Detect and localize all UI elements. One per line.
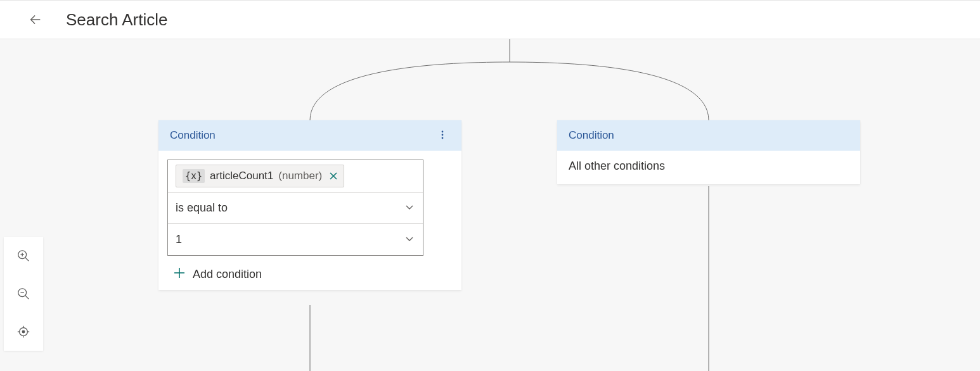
more-vertical-icon bbox=[437, 130, 448, 140]
back-button[interactable] bbox=[23, 7, 48, 32]
add-condition-button[interactable]: Add condition bbox=[167, 267, 453, 281]
variable-type: (number) bbox=[278, 170, 322, 182]
card-header: Condition bbox=[158, 120, 461, 151]
fit-view-button[interactable] bbox=[4, 313, 43, 351]
condition-operator: is equal to bbox=[176, 201, 228, 215]
variable-remove-button[interactable] bbox=[330, 171, 337, 182]
variable-brace-icon: {x} bbox=[183, 169, 205, 183]
variable-pill[interactable]: {x} articleCount1 (number) bbox=[176, 165, 344, 187]
chevron-down-icon bbox=[405, 201, 414, 215]
target-icon bbox=[16, 325, 30, 339]
condition-operator-row[interactable]: is equal to bbox=[168, 192, 423, 223]
zoom-panel bbox=[4, 237, 43, 351]
condition-box: {x} articleCount1 (number) is equal to bbox=[167, 160, 423, 256]
svg-line-2 bbox=[25, 258, 29, 261]
condition-value: 1 bbox=[176, 233, 182, 246]
page-title: Search Article bbox=[66, 10, 167, 30]
topbar: Search Article bbox=[0, 0, 980, 39]
condition-value-row[interactable]: 1 bbox=[168, 223, 423, 255]
card-header-label: Condition bbox=[569, 129, 614, 142]
svg-line-6 bbox=[25, 296, 29, 299]
svg-point-9 bbox=[22, 330, 25, 333]
card-menu-button[interactable] bbox=[435, 126, 450, 146]
condition-card[interactable]: Condition {x} articleCount1 (number) bbox=[158, 120, 461, 290]
card-header: Condition bbox=[557, 120, 860, 151]
zoom-out-button[interactable] bbox=[4, 275, 43, 313]
variable-name: articleCount1 bbox=[210, 170, 273, 182]
plus-icon bbox=[174, 267, 185, 281]
zoom-in-icon bbox=[16, 249, 30, 263]
else-body-text: All other conditions bbox=[557, 151, 860, 184]
condition-variable-row[interactable]: {x} articleCount1 (number) bbox=[168, 160, 423, 192]
add-condition-label: Add condition bbox=[193, 268, 262, 281]
arrow-left-icon bbox=[29, 13, 42, 27]
card-header-label: Condition bbox=[170, 129, 216, 142]
svg-point-17 bbox=[442, 130, 444, 132]
zoom-in-button[interactable] bbox=[4, 237, 43, 275]
svg-point-19 bbox=[442, 137, 444, 139]
condition-else-card[interactable]: Condition All other conditions bbox=[557, 120, 860, 184]
chevron-down-icon bbox=[405, 233, 414, 246]
svg-point-18 bbox=[442, 134, 444, 135]
flow-canvas[interactable]: Condition {x} articleCount1 (number) bbox=[0, 39, 980, 371]
connector-svg bbox=[0, 39, 980, 371]
condition-body: {x} articleCount1 (number) is equal to bbox=[158, 151, 461, 290]
zoom-out-icon bbox=[16, 287, 30, 301]
close-icon bbox=[330, 172, 337, 180]
